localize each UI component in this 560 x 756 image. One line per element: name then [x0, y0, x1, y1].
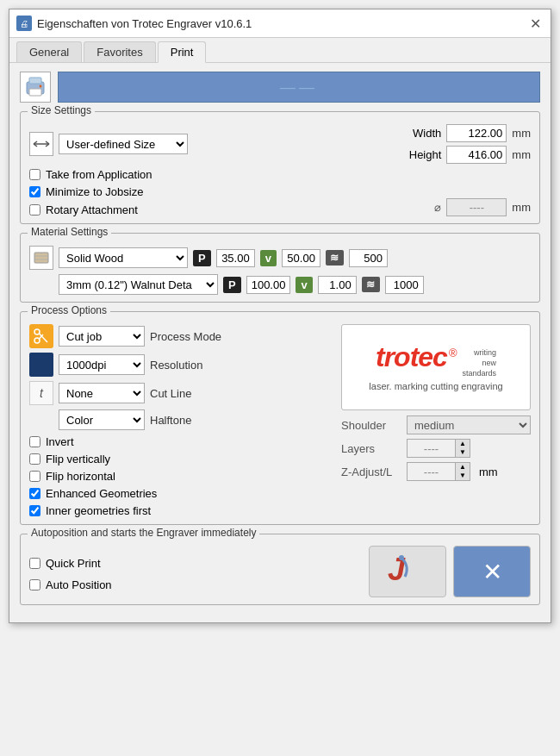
material-icon: [29, 246, 53, 270]
ok-button[interactable]: J: [369, 546, 446, 597]
trotec-logo-text: trotec: [376, 343, 447, 371]
p-val-2: 100.00: [246, 276, 291, 294]
zadjust-input[interactable]: [408, 464, 455, 480]
app-icon: 🖨: [16, 16, 32, 31]
quick-print-label: Quick Print: [46, 557, 101, 570]
job-type-dropdown[interactable]: Cut job Engrave job Combined: [59, 326, 145, 347]
svg-point-17: [399, 555, 404, 560]
zadjust-down-button[interactable]: ▼: [456, 472, 470, 480]
process-checkboxes: Invert Flip vertically Flip horizontal: [29, 435, 333, 517]
minimize-checkbox[interactable]: [29, 186, 40, 197]
close-button[interactable]: ✕: [526, 15, 544, 32]
resolution-color-swatch: [29, 353, 53, 377]
invert-checkbox[interactable]: [29, 436, 40, 447]
cancel-icon: ✕: [482, 558, 502, 586]
p-badge-1: P: [193, 250, 211, 266]
height-input[interactable]: [446, 146, 507, 164]
height-label: Height: [405, 148, 441, 161]
autoposition-checks: Quick Print Auto Position: [29, 553, 362, 591]
trotec-tagline: laser. marking cutting engraving: [369, 381, 502, 391]
flip-v-checkbox[interactable]: [29, 453, 40, 465]
cancel-button[interactable]: ✕: [453, 546, 531, 597]
process-options-section: Process Options: [20, 311, 540, 525]
cut-job-icon: [29, 324, 53, 348]
process-mode-row: Cut job Engrave job Combined Process Mod…: [29, 324, 333, 348]
flip-h-label: Flip horizontal: [46, 470, 115, 483]
zadjust-row: Z-Adjust/L ▲ ▼ mm: [341, 462, 531, 481]
material-settings-title: Material Settings: [28, 226, 111, 238]
zadjust-up-button[interactable]: ▲: [456, 463, 470, 472]
progress-dashes: ——: [280, 78, 318, 97]
quick-print-row: Quick Print: [29, 557, 362, 570]
layers-label: Layers: [341, 442, 401, 455]
shoulder-row: Shoulder medium low high: [341, 415, 531, 434]
invert-label: Invert: [46, 435, 74, 448]
tab-general[interactable]: General: [16, 41, 82, 62]
quick-print-checkbox[interactable]: [29, 558, 40, 569]
resolution-label: Resolution: [150, 359, 219, 372]
resolution-row: 1000dpi 500dpi 250dpi Resolution: [29, 353, 333, 377]
v-badge-2: v: [296, 277, 312, 293]
width-unit: mm: [512, 127, 531, 140]
dpi-dropdown[interactable]: 1000dpi 500dpi 250dpi: [59, 354, 145, 375]
diam-row: ⌀ mm: [434, 198, 531, 216]
titlebar-left: 🖨 Eigenschaften von Trotec Engraver v10.…: [16, 16, 252, 31]
diameter-input[interactable]: [446, 198, 507, 216]
trotec-logo-area: trotec ® writingnewstandards: [376, 343, 496, 378]
flip-v-label: Flip vertically: [46, 453, 110, 465]
shoulder-label: Shoulder: [341, 419, 401, 432]
cut-line-label: Cut Line: [150, 387, 219, 400]
auto-position-checkbox[interactable]: [29, 579, 40, 590]
zadjust-spinbox: ▲ ▼: [407, 462, 470, 481]
width-label: Width: [405, 127, 441, 140]
main-window: 🖨 Eigenschaften von Trotec Engraver v10.…: [9, 9, 551, 623]
zadjust-spin-buttons: ▲ ▼: [455, 463, 470, 480]
material-detail-dropdown[interactable]: 3mm (0.12") Walnut Deta 5mm Walnut: [59, 274, 218, 295]
rotary-checkbox[interactable]: [29, 204, 40, 216]
process-main-area: Cut job Engrave job Combined Process Mod…: [29, 324, 531, 517]
svg-rect-1: [29, 78, 41, 84]
flip-v-row: Flip vertically: [29, 453, 333, 465]
material-settings-section: Material Settings Solid Wood Acrylic Lea…: [20, 233, 540, 303]
width-input[interactable]: [446, 124, 507, 142]
trotec-slogan: writingnewstandards: [462, 348, 496, 378]
cut-line-dropdown[interactable]: None Red Blue: [59, 383, 145, 403]
material-dropdown[interactable]: Solid Wood Acrylic Leather: [59, 247, 188, 268]
tab-bar: General Favorites Print: [9, 38, 551, 63]
cut-line-icon: t: [29, 381, 53, 405]
v-val-1: 50.00: [282, 249, 320, 267]
size-dropdown[interactable]: User-defined Size A4 Letter: [59, 134, 188, 154]
enhanced-row: Enhanced Geometries: [29, 487, 333, 500]
width-height-block: Width mm Height mm: [405, 124, 531, 164]
tab-print[interactable]: Print: [158, 41, 207, 63]
layers-down-button[interactable]: ▼: [456, 448, 470, 457]
progress-bar: ——: [58, 72, 540, 103]
minimize-label: Minimize to Jobsize: [46, 185, 143, 198]
rotary-row: Rotary Attachment ⌀ mm: [29, 198, 531, 216]
halftone-row: Color Ordered Error diffusion Halftone: [29, 409, 333, 430]
zadjust-label: Z-Adjust/L: [341, 465, 401, 478]
trotec-logo-box: trotec ® writingnewstandards laser. mark…: [341, 324, 531, 410]
enhanced-checkbox[interactable]: [29, 488, 40, 499]
layers-up-button[interactable]: ▲: [456, 440, 470, 448]
take-from-app-row: Take from Application: [29, 168, 531, 181]
diam-unit: mm: [512, 201, 531, 214]
inner-row: Inner geometries first: [29, 504, 333, 517]
p-val-1: 35.00: [216, 249, 255, 267]
inner-checkbox[interactable]: [29, 505, 40, 516]
tab-favorites[interactable]: Favorites: [84, 41, 155, 62]
shoulder-dropdown[interactable]: medium low high: [407, 415, 531, 434]
height-unit: mm: [512, 148, 531, 161]
size-row: User-defined Size A4 Letter Width mm Hei…: [29, 124, 531, 164]
flip-h-checkbox[interactable]: [29, 471, 40, 482]
layers-input[interactable]: [408, 440, 455, 457]
layers-row: Layers ▲ ▼: [341, 439, 531, 458]
take-from-app-checkbox[interactable]: [29, 169, 40, 180]
v-val-2: 1.00: [318, 276, 357, 294]
svg-point-3: [40, 85, 42, 88]
autoposition-section: Autoposition and starts the Engraver imm…: [20, 534, 540, 605]
halftone-dropdown[interactable]: Color Ordered Error diffusion: [59, 409, 145, 430]
window-title: Eigenschaften von Trotec Engraver v10.6.…: [37, 17, 252, 30]
zadjust-unit: mm: [479, 465, 498, 478]
process-mode-label: Process Mode: [150, 330, 221, 343]
